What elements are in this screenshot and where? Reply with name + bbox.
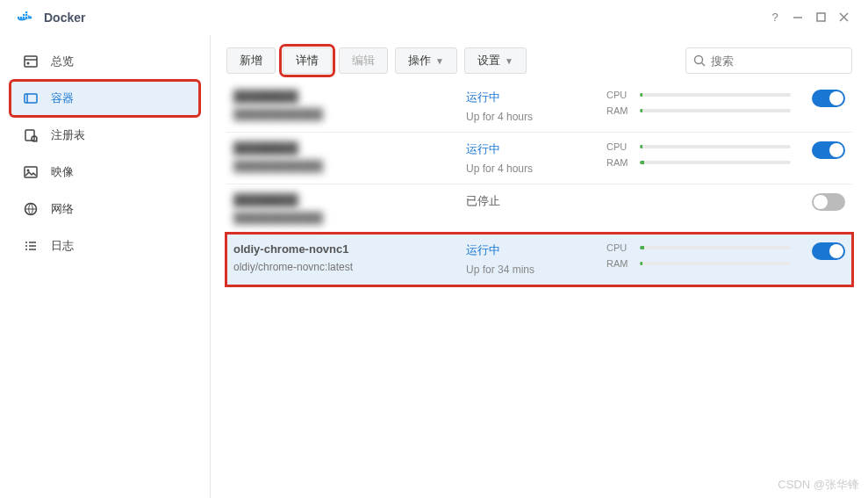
sidebar-item-label: 日志	[51, 238, 74, 254]
container-name: ████████	[233, 141, 466, 155]
sidebar-item-log[interactable]: 日志	[11, 228, 199, 263]
docker-logo-icon	[18, 11, 33, 24]
container-row[interactable]: oldiy-chrome-novnc1oldiy/chrome-novnc:la…	[226, 234, 852, 285]
ram-bar	[640, 109, 791, 112]
container-status: 运行中	[466, 141, 606, 157]
window-title: Docker	[44, 11, 85, 25]
container-row[interactable]: ████████████████████运行中Up for 4 hoursCPU…	[226, 133, 852, 184]
container-icon	[23, 90, 39, 106]
search-input[interactable]	[711, 54, 858, 68]
sidebar-item-label: 容器	[51, 90, 74, 106]
sidebar-item-label: 注册表	[51, 127, 85, 143]
search-icon	[693, 54, 706, 67]
container-image: ████████████	[233, 160, 466, 172]
minimize-button[interactable]	[786, 6, 809, 29]
ram-label: RAM	[606, 157, 640, 168]
container-name: ████████	[233, 90, 466, 103]
container-image: oldiy/chrome-novnc:latest	[233, 261, 466, 273]
cpu-bar	[640, 246, 791, 249]
container-row[interactable]: ████████████████████已停止	[226, 184, 852, 234]
container-status: 已停止	[466, 193, 606, 209]
ram-label: RAM	[606, 105, 640, 116]
svg-line-22	[702, 63, 706, 67]
container-name: oldiy-chrome-novnc1	[233, 242, 466, 256]
power-toggle[interactable]	[812, 141, 845, 159]
help-button[interactable]: ?	[764, 6, 786, 29]
container-image: ████████████	[233, 108, 466, 120]
overview-icon	[23, 54, 39, 69]
ram-label: RAM	[606, 258, 640, 269]
detail-button[interactable]: 详情	[283, 47, 332, 74]
cpu-bar	[640, 145, 791, 148]
ram-bar	[640, 262, 791, 265]
search-box[interactable]	[685, 47, 852, 74]
sidebar-item-label: 网络	[51, 201, 74, 217]
container-status: 运行中	[466, 242, 606, 258]
log-icon	[23, 238, 39, 254]
cpu-bar	[640, 93, 791, 97]
image-icon	[23, 164, 39, 180]
container-list: ████████████████████运行中Up for 4 hoursCPU…	[226, 81, 852, 285]
cpu-label: CPU	[606, 242, 640, 253]
cpu-label: CPU	[606, 90, 640, 100]
power-toggle[interactable]	[812, 90, 845, 107]
container-uptime: Up for 4 hours	[466, 162, 606, 175]
container-uptime: Up for 4 hours	[466, 111, 606, 123]
container-status: 运行中	[466, 90, 606, 105]
main-content: 新增 详情 编辑 操作▼ 设置▼ ████████████████████运行中…	[211, 35, 868, 498]
sidebar-item-label: 映像	[51, 164, 74, 180]
svg-rect-4	[25, 56, 37, 67]
container-image: ████████████	[233, 212, 466, 224]
ram-bar	[640, 161, 791, 164]
create-button[interactable]: 新增	[226, 47, 276, 74]
svg-rect-1	[817, 13, 825, 21]
container-name: ████████	[233, 193, 466, 206]
settings-dropdown[interactable]: 设置▼	[464, 47, 527, 74]
svg-rect-9	[25, 130, 34, 141]
svg-rect-7	[25, 94, 37, 103]
sidebar-item-registry[interactable]: 注册表	[11, 118, 199, 153]
sidebar-item-overview[interactable]: 总览	[11, 44, 199, 79]
sidebar-item-network[interactable]: 网络	[11, 191, 199, 227]
svg-rect-12	[25, 167, 37, 177]
network-icon	[23, 201, 39, 217]
action-dropdown[interactable]: 操作▼	[395, 47, 457, 74]
registry-icon	[23, 127, 39, 143]
svg-point-21	[695, 56, 703, 64]
titlebar: Docker ?	[0, 0, 868, 35]
sidebar-item-image[interactable]: 映像	[11, 155, 199, 190]
power-toggle[interactable]	[812, 193, 845, 211]
chevron-down-icon: ▼	[505, 56, 513, 66]
watermark: CSDN @张华锋	[778, 477, 859, 493]
sidebar-item-label: 总览	[51, 54, 74, 69]
toolbar: 新增 详情 编辑 操作▼ 设置▼	[226, 47, 852, 74]
container-uptime: Up for 34 mins	[466, 263, 606, 276]
container-row[interactable]: ████████████████████运行中Up for 4 hoursCPU…	[226, 81, 852, 133]
cpu-label: CPU	[606, 141, 640, 152]
maximize-button[interactable]	[809, 6, 832, 29]
edit-button: 编辑	[339, 47, 388, 74]
chevron-down-icon: ▼	[435, 56, 444, 66]
power-toggle[interactable]	[812, 242, 845, 260]
close-button[interactable]	[832, 6, 855, 29]
svg-line-11	[36, 141, 38, 142]
sidebar-item-container[interactable]: 容器	[11, 81, 199, 116]
sidebar: 总览 容器 注册表 映像 网络 日志	[0, 35, 211, 498]
svg-point-6	[27, 62, 30, 65]
